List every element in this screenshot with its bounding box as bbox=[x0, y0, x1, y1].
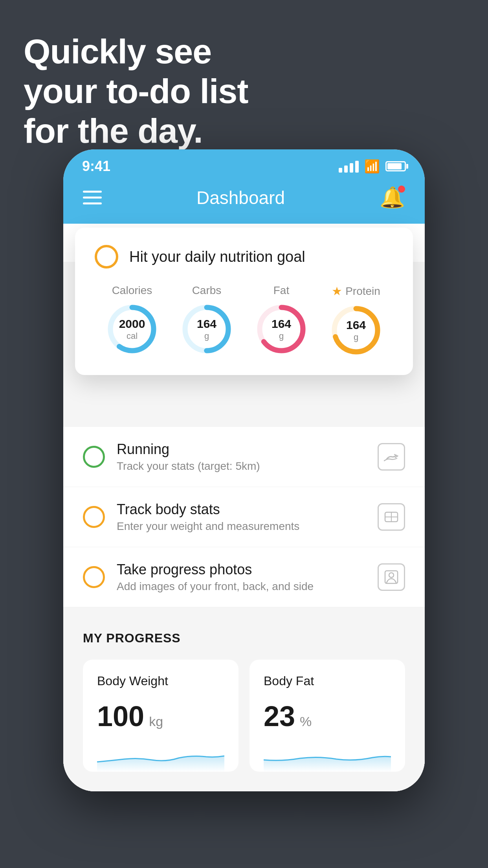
wifi-icon: 📶 bbox=[364, 159, 380, 174]
body-weight-value-row: 100 kg bbox=[97, 700, 224, 732]
running-checkbox[interactable] bbox=[83, 446, 105, 468]
card-header: Hit your daily nutrition goal bbox=[95, 245, 393, 268]
carbs-value: 164 bbox=[197, 317, 216, 331]
nutrition-calories: Calories 2000 cal bbox=[105, 284, 160, 357]
protein-value: 164 bbox=[346, 318, 366, 332]
photos-text: Take progress photos Add images of your … bbox=[117, 561, 366, 593]
nutrition-protein: ★ Protein 164 g bbox=[328, 284, 383, 358]
body-fat-title: Body Fat bbox=[264, 674, 391, 688]
todo-item-body-stats[interactable]: Track body stats Enter your weight and m… bbox=[63, 487, 425, 547]
nutrition-card: Hit your daily nutrition goal Calories 2… bbox=[75, 228, 413, 375]
photos-subtitle: Add images of your front, back, and side bbox=[117, 580, 366, 593]
phone-mockup: 9:41 📶 Dashboard 🔔 bbox=[63, 149, 425, 791]
menu-button[interactable] bbox=[83, 191, 102, 204]
calories-donut: 2000 cal bbox=[105, 302, 160, 357]
todo-list: Running Track your stats (target: 5km) T… bbox=[63, 427, 425, 607]
protein-donut: 164 g bbox=[328, 303, 383, 358]
battery-icon bbox=[385, 161, 406, 171]
protein-label-row: ★ Protein bbox=[332, 284, 380, 298]
progress-cards: Body Weight 100 kg bbox=[83, 660, 405, 772]
body-fat-value: 23 bbox=[264, 700, 295, 732]
protein-label: Protein bbox=[345, 285, 380, 298]
body-stats-checkbox[interactable] bbox=[83, 506, 105, 528]
body-stats-subtitle: Enter your weight and measurements bbox=[117, 520, 366, 533]
hero-text: Quickly see your to-do list for the day. bbox=[24, 31, 248, 151]
card-title: Hit your daily nutrition goal bbox=[129, 248, 305, 265]
progress-section-title: MY PROGRESS bbox=[83, 631, 405, 645]
status-bar: 9:41 📶 bbox=[63, 149, 425, 178]
body-stats-title: Track body stats bbox=[117, 501, 366, 518]
photos-checkbox[interactable] bbox=[83, 566, 105, 588]
body-stats-text: Track body stats Enter your weight and m… bbox=[117, 501, 366, 533]
carbs-donut: 164 g bbox=[179, 302, 234, 357]
running-icon bbox=[378, 443, 405, 471]
task-checkbox[interactable] bbox=[95, 245, 118, 268]
app-header: Dashboard 🔔 bbox=[63, 178, 425, 224]
header-title: Dashboard bbox=[196, 187, 285, 208]
running-title: Running bbox=[117, 441, 366, 458]
fat-label: Fat bbox=[273, 284, 289, 297]
body-weight-title: Body Weight bbox=[97, 674, 224, 688]
star-icon: ★ bbox=[332, 284, 342, 298]
body-fat-chart bbox=[264, 744, 391, 772]
body-weight-chart bbox=[97, 744, 224, 772]
todo-item-progress-photos[interactable]: Take progress photos Add images of your … bbox=[63, 547, 425, 607]
body-fat-value-row: 23 % bbox=[264, 700, 391, 732]
fat-value: 164 bbox=[272, 317, 291, 331]
notification-dot bbox=[398, 186, 405, 193]
calories-value: 2000 bbox=[119, 317, 145, 331]
nutrition-row: Calories 2000 cal Carbs bbox=[95, 284, 393, 358]
body-weight-card: Body Weight 100 kg bbox=[83, 660, 238, 772]
status-icons: 📶 bbox=[339, 159, 406, 174]
body-fat-card: Body Fat 23 % bbox=[250, 660, 405, 772]
body-weight-unit: kg bbox=[149, 714, 163, 729]
running-text: Running Track your stats (target: 5km) bbox=[117, 441, 366, 473]
photos-title: Take progress photos bbox=[117, 561, 366, 578]
notification-button[interactable]: 🔔 bbox=[380, 186, 405, 210]
signal-icon bbox=[339, 160, 359, 173]
calories-label: Calories bbox=[112, 284, 152, 297]
person-icon bbox=[378, 563, 405, 591]
svg-point-12 bbox=[389, 573, 394, 577]
body-fat-unit: % bbox=[300, 714, 312, 729]
carbs-label: Carbs bbox=[192, 284, 222, 297]
running-subtitle: Track your stats (target: 5km) bbox=[117, 460, 366, 473]
fat-donut: 164 g bbox=[254, 302, 309, 357]
todo-item-running[interactable]: Running Track your stats (target: 5km) bbox=[63, 427, 425, 487]
time-display: 9:41 bbox=[82, 158, 110, 175]
app-content: THINGS TO DO TODAY Hit your daily nutrit… bbox=[63, 224, 425, 791]
scale-icon bbox=[378, 503, 405, 531]
progress-section: MY PROGRESS Body Weight 100 kg bbox=[63, 607, 425, 791]
nutrition-fat: Fat 164 g bbox=[254, 284, 309, 357]
body-weight-value: 100 bbox=[97, 700, 144, 732]
nutrition-carbs: Carbs 164 g bbox=[179, 284, 234, 357]
